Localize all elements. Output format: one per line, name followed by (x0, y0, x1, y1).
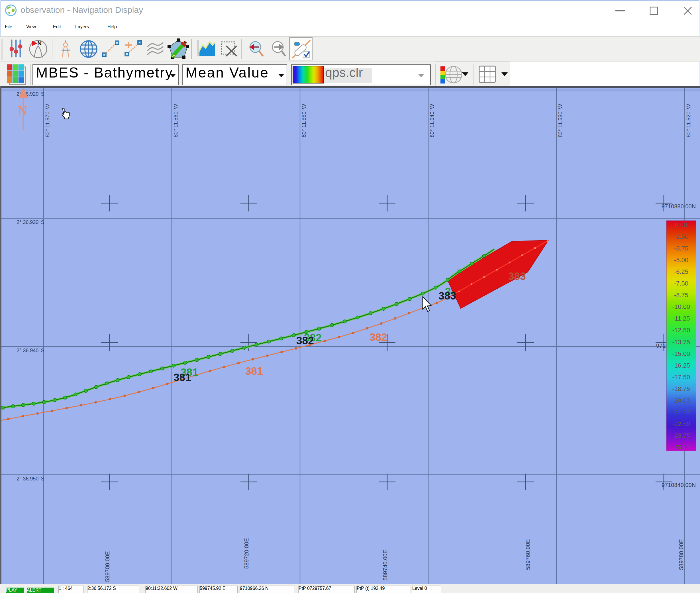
svg-text:589700.00E: 589700.00E (104, 551, 111, 582)
svg-text:-18.75: -18.75 (672, 385, 690, 392)
svg-text:-17.50: -17.50 (672, 373, 690, 381)
svg-text:80° 11.570' W: 80° 11.570' W (44, 104, 50, 137)
svg-text:-11.25: -11.25 (673, 315, 690, 322)
svg-text:80° 11.560' W: 80° 11.560' W (173, 104, 179, 137)
svg-text:-12.50: -12.50 (672, 326, 690, 334)
svg-text:589720.00E: 589720.00E (243, 538, 250, 569)
svg-text:80° 11.520' W: 80° 11.520' W (686, 104, 692, 137)
svg-text:-7.50: -7.50 (674, 280, 688, 287)
svg-text:9710840.00N: 9710840.00N (662, 482, 696, 488)
svg-text:-15.00: -15.00 (672, 350, 690, 357)
svg-text:-6.25: -6.25 (674, 268, 688, 275)
svg-text:2° 36.940' S: 2° 36.940' S (16, 348, 44, 353)
svg-text:-16.25: -16.25 (672, 362, 690, 369)
svg-text:-21.25: -21.25 (672, 409, 690, 416)
svg-text:80° 11.530' W: 80° 11.530' W (557, 104, 563, 137)
svg-text:-20.00: -20.00 (672, 397, 690, 404)
svg-text:381: 381 (245, 365, 263, 377)
svg-text:382: 382 (296, 335, 314, 347)
svg-text:383: 383 (439, 290, 456, 302)
svg-text:N: N (37, 40, 42, 46)
svg-text:589780.00E: 589780.00E (678, 539, 684, 570)
svg-text:9710880.00N: 9710880.00N (662, 203, 696, 209)
svg-text:N: N (18, 104, 27, 118)
svg-text:80° 11.540' W: 80° 11.540' W (429, 104, 435, 137)
svg-text:589760.00E: 589760.00E (525, 539, 531, 570)
svg-text:-10.00: -10.00 (672, 303, 690, 310)
svg-text:-5.00: -5.00 (674, 256, 688, 264)
svg-text:-3.75: -3.75 (674, 245, 688, 252)
svg-text:-13.75: -13.75 (672, 339, 690, 346)
svg-text:-22.50: -22.50 (672, 420, 690, 428)
svg-text:383: 383 (508, 270, 526, 282)
svg-text:2° 36.950' S: 2° 36.950' S (16, 476, 44, 482)
svg-text:-2.50: -2.50 (674, 233, 688, 240)
svg-text:-23.75: -23.75 (672, 432, 690, 439)
svg-text:-25.00: -25.00 (672, 444, 690, 451)
svg-text:589740.00E: 589740.00E (382, 550, 388, 581)
svg-text:80° 11.550' W: 80° 11.550' W (301, 104, 307, 137)
svg-text:2° 36.930' S: 2° 36.930' S (16, 220, 44, 225)
svg-text:-8.75: -8.75 (674, 291, 688, 299)
svg-text:381: 381 (173, 371, 191, 383)
svg-text:382: 382 (370, 331, 387, 343)
svg-text:0.00: 0.00 (675, 222, 688, 229)
